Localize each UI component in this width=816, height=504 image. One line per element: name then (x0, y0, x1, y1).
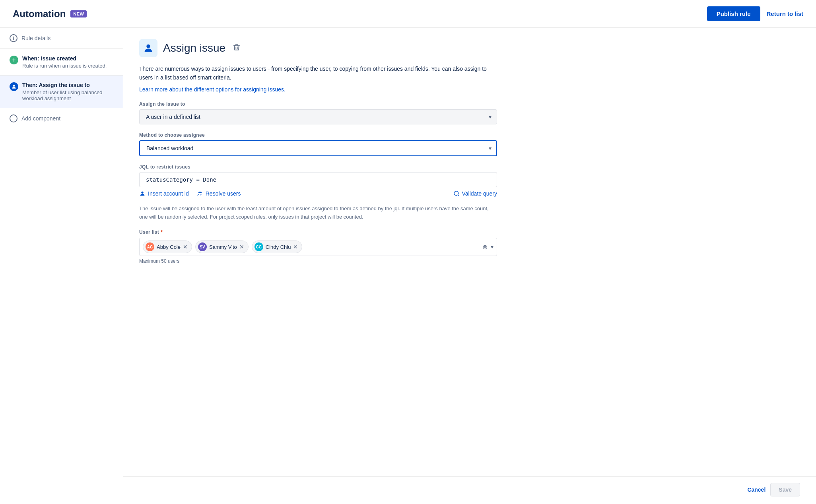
user-list-section: User list * AC Abby Cole ✕ SV Sammy Vito… (139, 229, 497, 264)
assign-to-section: Assign the issue to A user in a defined … (139, 101, 497, 124)
jql-actions: Insert account id Resolve users (139, 190, 497, 197)
sidebar-add-component[interactable]: Add component (0, 108, 123, 129)
assign-to-label: Assign the issue to (139, 101, 497, 107)
method-section: Method to choose assignee Balanced workl… (139, 132, 497, 156)
delete-icon[interactable] (233, 43, 241, 53)
remove-sammy-button[interactable]: ✕ (239, 244, 244, 250)
app-title: Automation (13, 8, 66, 19)
validate-query-button[interactable]: Validate query (453, 190, 497, 197)
svg-point-0 (13, 85, 15, 87)
action-title: Then: Assign the issue to (22, 82, 113, 88)
validate-query-label: Validate query (462, 190, 497, 197)
info-icon: i (10, 34, 17, 42)
assign-to-select-wrapper: A user in a defined list ▾ (139, 109, 497, 124)
resolve-users-label: Resolve users (206, 190, 241, 197)
svg-point-2 (141, 191, 143, 193)
method-select-wrapper: Balanced workload ▾ (139, 140, 497, 156)
user-list-label: User list (139, 229, 159, 235)
content-scroll: Assign issue There are numerous ways to … (123, 28, 816, 476)
jql-left-actions: Insert account id Resolve users (139, 190, 241, 197)
user-name-abby: Abby Cole (157, 244, 181, 250)
method-label: Method to choose assignee (139, 132, 497, 138)
header: Automation NEW Publish rule Return to li… (0, 0, 816, 28)
assign-icon-sidebar (10, 82, 18, 91)
required-indicator: * (161, 229, 163, 235)
user-tag-sammy: SV Sammy Vito ✕ (195, 240, 249, 253)
avatar-abby: AC (146, 242, 154, 251)
page-title: Assign issue (163, 42, 225, 54)
assign-to-select[interactable]: A user in a defined list (139, 109, 497, 124)
trigger-text: When: Issue created Rule is run when an … (22, 55, 107, 69)
user-name-cindy: Cindy Chiu (266, 244, 291, 250)
trigger-sub: Rule is run when an issue is created. (22, 63, 107, 69)
main-layout: i Rule details + When: Issue created Rul… (0, 28, 816, 503)
sidebar: i Rule details + When: Issue created Rul… (0, 28, 123, 503)
rule-details-row: i Rule details (10, 34, 113, 42)
cancel-button[interactable]: Cancel (747, 487, 765, 493)
new-badge: NEW (70, 10, 87, 17)
avatar-cindy: CC (255, 242, 263, 251)
resolve-users-button[interactable]: Resolve users (197, 190, 241, 197)
user-list-field[interactable]: AC Abby Cole ✕ SV Sammy Vito ✕ CC Cindy … (139, 238, 497, 256)
remove-abby-button[interactable]: ✕ (183, 244, 188, 250)
jql-label: JQL to restrict issues (139, 164, 497, 170)
user-list-label-row: User list * (139, 229, 497, 235)
description-text: There are numerous ways to assign issues… (139, 64, 489, 82)
jql-input[interactable] (139, 172, 497, 187)
sidebar-item-action[interactable]: Then: Assign the issue to Member of user… (0, 76, 123, 108)
remove-cindy-button[interactable]: ✕ (293, 244, 298, 250)
max-users-text: Maximum 50 users (139, 258, 497, 264)
user-tag-cindy: CC Cindy Chiu ✕ (252, 240, 303, 253)
clear-users-icon[interactable]: ⊗ (482, 243, 488, 251)
jql-section: JQL to restrict issues Insert account id (139, 164, 497, 197)
info-text: The issue will be assigned to the user w… (139, 205, 497, 221)
add-component-label: Add component (21, 115, 60, 122)
svg-point-1 (146, 45, 150, 48)
insert-account-id-label: Insert account id (148, 190, 189, 197)
publish-rule-button[interactable]: Publish rule (707, 6, 760, 21)
sidebar-item-rule-details[interactable]: i Rule details (0, 28, 123, 49)
method-select[interactable]: Balanced workload (139, 140, 497, 156)
content-wrapper: Assign issue There are numerous ways to … (123, 28, 816, 503)
svg-point-4 (200, 192, 202, 193)
user-list-controls: ⊗ ▾ (482, 243, 493, 251)
svg-point-5 (454, 191, 459, 196)
action-text: Then: Assign the issue to Member of user… (22, 82, 113, 101)
user-name-sammy: Sammy Vito (209, 244, 237, 250)
rule-details-label: Rule details (21, 35, 51, 41)
user-list-chevron-icon[interactable]: ▾ (491, 244, 493, 250)
return-to-list-button[interactable]: Return to list (767, 10, 804, 17)
header-left: Automation NEW (13, 8, 87, 19)
add-circle-icon (10, 114, 17, 122)
learn-more-link[interactable]: Learn more about the different options f… (139, 86, 800, 93)
svg-point-3 (198, 192, 200, 193)
sidebar-item-trigger[interactable]: + When: Issue created Rule is run when a… (0, 49, 123, 76)
header-actions: Publish rule Return to list (707, 6, 803, 21)
assign-icon-large (139, 39, 157, 57)
action-sub: Member of user list using balanced workl… (22, 89, 113, 101)
content-header: Assign issue (139, 39, 800, 57)
plus-icon: + (10, 56, 18, 64)
avatar-sammy: SV (198, 242, 207, 251)
save-button[interactable]: Save (770, 483, 800, 496)
user-tag-abby: AC Abby Cole ✕ (143, 240, 192, 253)
svg-line-6 (458, 195, 459, 196)
insert-account-id-button[interactable]: Insert account id (139, 190, 189, 197)
footer: Cancel Save (123, 476, 816, 503)
trigger-title: When: Issue created (22, 55, 107, 62)
